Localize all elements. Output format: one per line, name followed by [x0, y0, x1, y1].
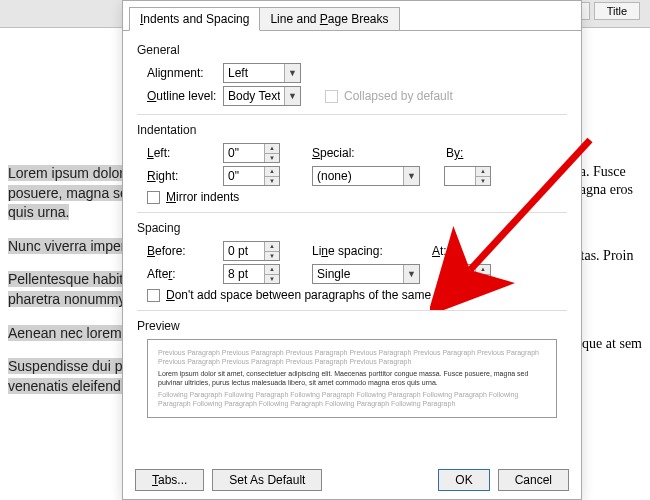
paragraph-dialog: Indents and Spacing Line and Page Breaks… [122, 0, 582, 500]
label-linespacing: Line spacing: [312, 244, 384, 258]
spin-down-icon[interactable]: ▼ [265, 275, 279, 284]
preview-current: Lorem ipsum dolor sit amet, consectetuer… [158, 369, 546, 387]
label-mirror: Mirror indents [166, 190, 239, 204]
cancel-button[interactable]: Cancel [498, 469, 569, 491]
label-outline: Outline level: [137, 89, 217, 103]
label-alignment: Alignment: [137, 66, 217, 80]
dialog-body: General Alignment: ▼ Outline level: ▼ Co… [123, 30, 581, 461]
spin-down-icon[interactable]: ▼ [265, 154, 279, 163]
preview-next: Following Paragraph Following Paragraph … [158, 390, 546, 408]
before-spinner[interactable]: ▲▼ [223, 241, 280, 261]
before-value[interactable] [224, 242, 264, 260]
spin-down-icon[interactable]: ▼ [476, 177, 490, 186]
spin-up-icon[interactable]: ▲ [476, 167, 490, 177]
alignment-value[interactable] [224, 64, 284, 82]
by-spinner[interactable]: ▲▼ [444, 166, 491, 186]
label-after: After: [137, 267, 217, 281]
outline-value[interactable] [224, 87, 284, 105]
preview-prev: Previous Paragraph Previous Paragraph Pr… [158, 348, 546, 366]
dontadd-checkbox[interactable] [147, 289, 160, 302]
dialog-tabs: Indents and Spacing Line and Page Breaks [129, 7, 575, 31]
spin-down-icon[interactable]: ▼ [265, 177, 279, 186]
label-by: By: [446, 146, 463, 160]
divider [137, 114, 567, 115]
collapsed-checkbox [325, 90, 338, 103]
by-value[interactable] [445, 167, 475, 185]
tabs-button[interactable]: Tabs... [135, 469, 204, 491]
divider [137, 310, 567, 311]
spin-up-icon[interactable]: ▲ [265, 167, 279, 177]
label-collapsed: Collapsed by default [344, 89, 453, 103]
indent-right-spinner[interactable]: ▲▼ [223, 166, 280, 186]
label-left: Left: [137, 146, 217, 160]
alignment-combo[interactable]: ▼ [223, 63, 301, 83]
special-value[interactable] [313, 167, 403, 185]
after-spinner[interactable]: ▲▼ [223, 264, 280, 284]
section-indentation: Indentation [137, 123, 567, 137]
section-spacing: Spacing [137, 221, 567, 235]
section-general: General [137, 43, 567, 57]
spin-up-icon[interactable]: ▲ [265, 265, 279, 275]
spin-up-icon[interactable]: ▲ [265, 242, 279, 252]
label-special: Special: [312, 146, 384, 160]
spin-down-icon[interactable]: ▼ [476, 275, 490, 284]
tab-indents-spacing[interactable]: Indents and Spacing [129, 7, 260, 31]
style-title[interactable]: Title [594, 2, 640, 20]
linespacing-value[interactable] [313, 265, 403, 283]
chevron-down-icon[interactable]: ▼ [403, 167, 419, 185]
chevron-down-icon[interactable]: ▼ [284, 87, 300, 105]
preview-box: Previous Paragraph Previous Paragraph Pr… [147, 339, 557, 418]
indent-left-spinner[interactable]: ▲▼ [223, 143, 280, 163]
chevron-down-icon[interactable]: ▼ [284, 64, 300, 82]
section-preview: Preview [137, 319, 567, 333]
special-combo[interactable]: ▼ [312, 166, 420, 186]
dialog-footer: Tabs... Set As Default OK Cancel [123, 461, 581, 499]
at-value[interactable] [445, 265, 475, 283]
spin-up-icon[interactable]: ▲ [476, 265, 490, 275]
label-right: Right: [137, 169, 217, 183]
spin-down-icon[interactable]: ▼ [265, 252, 279, 261]
indent-right-value[interactable] [224, 167, 264, 185]
mirror-checkbox[interactable] [147, 191, 160, 204]
chevron-down-icon[interactable]: ▼ [403, 265, 419, 283]
linespacing-combo[interactable]: ▼ [312, 264, 420, 284]
at-spinner[interactable]: ▲▼ [444, 264, 491, 284]
label-dontadd: Don't add space between paragraphs of th… [166, 288, 459, 302]
divider [137, 212, 567, 213]
ok-button[interactable]: OK [438, 469, 489, 491]
set-default-button[interactable]: Set As Default [212, 469, 322, 491]
outline-combo[interactable]: ▼ [223, 86, 301, 106]
label-before: Before: [137, 244, 217, 258]
tab-line-page-breaks[interactable]: Line and Page Breaks [259, 7, 399, 31]
indent-left-value[interactable] [224, 144, 264, 162]
after-value[interactable] [224, 265, 264, 283]
label-at: At: [432, 244, 447, 258]
spin-up-icon[interactable]: ▲ [265, 144, 279, 154]
